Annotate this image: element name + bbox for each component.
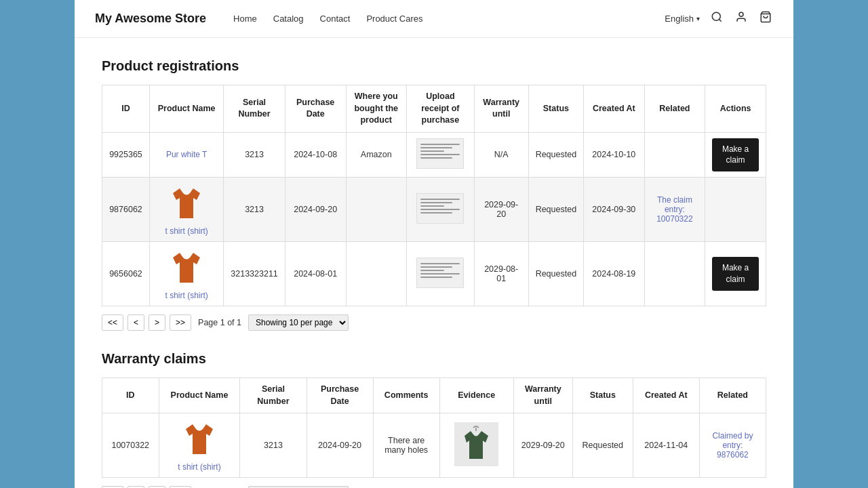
cell-related: The claim entry: 10070322 [644, 178, 705, 242]
main-nav: Home Catalog Contact Product Cares [233, 14, 665, 24]
account-icon [735, 11, 747, 23]
col-header-where-bought: Where you bought the product [346, 85, 406, 133]
cell-product: Pur white T [149, 132, 223, 178]
cell-receipt [406, 242, 474, 306]
col-header-id: ID [102, 85, 150, 133]
nav-product-cares[interactable]: Product Cares [366, 14, 422, 24]
col-header-comments: Comments [373, 378, 439, 413]
nav-catalog[interactable]: Catalog [273, 14, 304, 24]
cell-created: 2024-09-30 [584, 178, 644, 242]
cell-serial: 3213323211 [224, 242, 285, 306]
cell-created: 2024-08-19 [584, 242, 644, 306]
logo: My Awesome Store [95, 12, 206, 26]
registrations-table: ID Product Name Serial Number Purchase D… [102, 85, 766, 306]
col-header-receipt: Upload receipt of purchase [406, 85, 474, 133]
related-link[interactable]: The claim entry: 10070322 [656, 195, 692, 224]
per-page-select[interactable]: Showing 10 per page Showing 25 per page … [248, 314, 349, 331]
col-header-warranty: Warranty until [513, 378, 572, 413]
product-link[interactable]: t shirt (shirt) [165, 291, 208, 300]
cell-where-bought [346, 242, 406, 306]
receipt-thumbnail [416, 138, 464, 169]
language-selector[interactable]: English ▾ [665, 14, 700, 24]
cell-product: t shirt (shirt) [149, 178, 223, 242]
col-header-purchase-date: Purchase Date [285, 85, 346, 133]
cell-purchase-date: 2024-09-20 [285, 178, 346, 242]
col-header-serial: Serial Number [224, 85, 285, 133]
col-header-created: Created At [633, 378, 699, 413]
cell-id: 9925365 [102, 132, 150, 178]
cell-status: Requested [528, 178, 583, 242]
cell-related: Claimed by entry: 9876062 [699, 413, 766, 478]
cell-serial: 3213 [224, 132, 285, 178]
chevron-down-icon: ▾ [696, 15, 700, 22]
svg-line-1 [719, 19, 721, 21]
receipt-thumbnail [416, 193, 464, 224]
claims-title: Warranty claims [102, 351, 766, 367]
col-header-product: Product Name [159, 378, 240, 413]
related-link[interactable]: Claimed by entry: 9876062 [712, 431, 753, 460]
cell-serial: 3213 [240, 413, 307, 478]
make-claim-button[interactable]: Make a claim [712, 257, 759, 291]
cell-evidence [439, 413, 513, 478]
col-header-status: Status [572, 378, 633, 413]
cell-actions: Make a claim [705, 242, 766, 306]
product-link[interactable]: Pur white T [166, 150, 207, 159]
header-right: English ▾ [665, 9, 773, 28]
cell-receipt [406, 132, 474, 178]
svg-point-0 [712, 12, 720, 20]
cell-product: t shirt (shirt) [159, 413, 240, 478]
cell-comments: There are many holes [373, 413, 439, 478]
receipt-thumbnail [416, 258, 464, 288]
col-header-warranty: Warranty until [474, 85, 528, 133]
first-page-button[interactable]: << [102, 314, 123, 331]
col-header-product: Product Name [149, 85, 223, 133]
cell-warranty: 2029-09-20 [513, 413, 572, 478]
cell-receipt [406, 178, 474, 242]
cell-serial: 3213 [224, 178, 285, 242]
product-link[interactable]: t shirt (shirt) [178, 462, 220, 472]
page-label: Page 1 of 1 [198, 318, 241, 327]
cell-id: 9876062 [102, 178, 150, 242]
prev-page-button[interactable]: < [127, 314, 144, 331]
product-tshirt-image [166, 247, 207, 288]
cell-actions [705, 178, 766, 242]
make-claim-button[interactable]: Make a claim [712, 138, 759, 172]
col-header-purchase-date: Purchase Date [307, 378, 373, 413]
cell-purchase-date: 2024-08-01 [285, 242, 346, 306]
cell-where-bought: Amazon [346, 132, 406, 178]
next-page-button[interactable]: > [149, 314, 165, 331]
header: My Awesome Store Home Catalog Contact Pr… [75, 0, 793, 38]
col-header-related: Related [644, 85, 705, 133]
svg-point-2 [739, 12, 743, 16]
account-button[interactable] [734, 9, 749, 28]
nav-contact[interactable]: Contact [320, 14, 351, 24]
registrations-pagination: << < > >> Page 1 of 1 Showing 10 per pag… [102, 314, 766, 331]
cell-warranty: 2029-08-01 [474, 242, 528, 306]
product-link[interactable]: t shirt (shirt) [165, 226, 208, 236]
cell-warranty: N/A [474, 132, 528, 178]
col-header-serial: Serial Number [240, 378, 307, 413]
table-row: 9925365 Pur white T 3213 2024-10-08 Amaz… [102, 132, 766, 178]
claims-table: ID Product Name Serial Number Purchase D… [102, 378, 766, 478]
cell-status: Requested [528, 242, 583, 306]
cell-product: t shirt (shirt) [149, 242, 223, 306]
col-header-related: Related [699, 378, 766, 413]
cell-where-bought [346, 178, 406, 242]
cell-related [644, 132, 705, 178]
col-header-created: Created At [584, 85, 644, 133]
table-row: 9656062 t shirt (shirt) 3213323211 2024-… [102, 242, 766, 306]
search-button[interactable] [709, 9, 724, 28]
cell-id: 9656062 [102, 242, 150, 306]
main-content: Product registrations ID Product Name Se… [75, 38, 793, 488]
col-header-evidence: Evidence [439, 378, 513, 413]
cell-created: 2024-10-10 [584, 132, 644, 178]
cell-status: Requested [528, 132, 583, 178]
nav-home[interactable]: Home [233, 14, 257, 24]
product-tshirt-image [166, 183, 207, 224]
cell-warranty: 2029-09-20 [474, 178, 528, 242]
cell-purchase-date: 2024-10-08 [285, 132, 346, 178]
table-row: 9876062 t shirt (shirt) 3213 2024-09-20 [102, 178, 766, 242]
search-icon [711, 11, 723, 23]
cart-button[interactable] [758, 9, 773, 28]
last-page-button[interactable]: >> [170, 314, 191, 331]
